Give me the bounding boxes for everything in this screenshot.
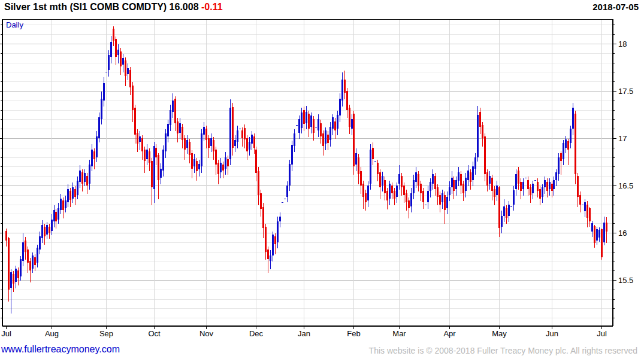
candle-down (174, 96, 176, 131)
candle-body (153, 146, 155, 189)
candle-body (546, 182, 548, 191)
candle-body (81, 172, 83, 184)
candle-up (591, 221, 593, 237)
candle-body (15, 269, 17, 282)
candle-down (437, 184, 439, 205)
candle-body (382, 176, 383, 185)
candle-body (270, 255, 271, 261)
y-axis-label: 15.5 (618, 276, 633, 285)
candle-body (213, 140, 214, 151)
candle-body (432, 174, 434, 184)
candle-body (51, 220, 53, 231)
candle-up (179, 118, 181, 139)
x-axis-label: Feb (347, 329, 360, 338)
candle-body (49, 227, 50, 233)
doji-dash (239, 129, 241, 129)
candle-body (544, 180, 546, 187)
candle-body (120, 51, 122, 66)
candle-body (598, 230, 600, 238)
candle-body (518, 171, 519, 184)
candle-body (506, 208, 507, 218)
candle-body (262, 207, 264, 228)
candle-body (467, 171, 469, 180)
candle-body (72, 187, 74, 199)
candle-body (355, 153, 357, 165)
candle-down (322, 130, 324, 156)
candle-body (193, 159, 195, 166)
website-link[interactable]: www.fullertreacymoney.com (1, 344, 120, 355)
candle-body (155, 148, 157, 157)
candle-body (249, 142, 250, 150)
candle-body (384, 180, 386, 193)
candle-down (482, 122, 483, 147)
candle-up (430, 178, 431, 197)
candle-down (391, 182, 393, 199)
candle-body (408, 200, 410, 208)
doji-dash (525, 178, 527, 178)
candle-down (196, 158, 198, 181)
candle-body (162, 150, 164, 171)
candle-body (179, 123, 181, 133)
candle-down (155, 144, 157, 165)
candle-body (520, 182, 522, 191)
candle-down (213, 137, 214, 160)
candle-body (422, 191, 424, 202)
candle-body (370, 150, 371, 184)
candle-down (551, 181, 553, 197)
x-axis-label: Nov (199, 329, 214, 338)
candle-down (134, 105, 136, 144)
candle-down (462, 181, 464, 201)
doji-dash (510, 206, 512, 207)
candle-down (93, 148, 95, 169)
candle-up (449, 181, 451, 201)
candle-body (125, 60, 126, 76)
candle-up (451, 171, 453, 194)
candle-down (384, 177, 386, 200)
candle-body (117, 50, 119, 55)
candle-body (203, 127, 205, 135)
y-axis-label: 17 (618, 134, 627, 143)
candle-body (172, 101, 174, 112)
candle-body (134, 108, 136, 135)
candle-body (451, 178, 453, 187)
candle-body (41, 225, 43, 238)
candle-down (418, 171, 419, 191)
candle-body (396, 185, 398, 197)
candle-body (37, 248, 38, 263)
candle-up (139, 131, 141, 150)
candle-up (458, 167, 459, 186)
candle-down (208, 135, 210, 158)
candle-body (442, 193, 443, 202)
candle-body (334, 121, 336, 130)
candle-down (420, 181, 422, 201)
doji-dash (534, 180, 536, 181)
candle-body (291, 145, 293, 165)
candle-body (265, 227, 267, 252)
candle-body (494, 189, 495, 197)
candle-body (344, 80, 346, 93)
candle-up (432, 169, 434, 190)
candle-body (444, 195, 446, 210)
candle-body (458, 172, 459, 181)
candle-body (567, 141, 569, 150)
candle-up (127, 63, 129, 80)
candle-body (462, 184, 464, 193)
candle-body (591, 223, 593, 232)
candle-body (149, 151, 150, 163)
candle-body (189, 142, 191, 155)
axis-labels: 15.51616.51717.518JulAugSepOctNovDecJanF… (1, 39, 633, 338)
candle-body (137, 133, 138, 144)
candle-down (575, 111, 576, 184)
candle-down (265, 224, 267, 260)
candle-body (515, 174, 517, 189)
candle-body (27, 250, 29, 263)
x-axis-label: Jan (298, 329, 310, 338)
candle-body (530, 187, 531, 195)
candle-down (182, 124, 183, 148)
candle-down (491, 175, 493, 200)
candle-body (74, 189, 76, 197)
candle-body (477, 115, 479, 157)
candle-body (310, 115, 312, 127)
candle-body (415, 172, 417, 182)
candle-up (570, 126, 572, 148)
